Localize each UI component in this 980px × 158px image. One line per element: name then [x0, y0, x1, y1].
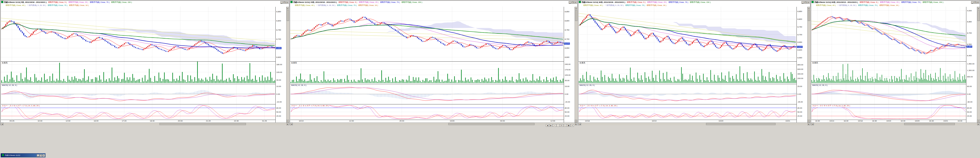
time-axis: 16:3010/1416:3010/1816:3010/1916:3010/20…	[811, 120, 966, 123]
minimize-button[interactable]: ▁	[280, 1, 283, 4]
legend-item: 移動平均線( Close, 40 )	[583, 4, 603, 6]
scroll-left-button[interactable]: ◀	[579, 123, 581, 125]
scroll-up-button[interactable]: ▲	[808, 7, 810, 9]
toolbar-button-D[interactable]: D	[560, 124, 563, 127]
volume-chart[interactable]	[290, 62, 564, 84]
toolbar-button-◀[interactable]: ◀	[546, 124, 549, 127]
macd-chart[interactable]	[579, 84, 797, 104]
h-scrollbar-thumb[interactable]	[448, 123, 535, 125]
x-axis-label: 16:30	[872, 120, 877, 122]
close-button[interactable]: ✕	[42, 154, 45, 157]
macd-axis-label: 10.00	[276, 85, 281, 87]
price-chart[interactable]	[811, 7, 966, 62]
chart-window-header[interactable]: 日経225mini 11/12( 15分, 2011/10/18 - 2011/…	[290, 1, 578, 4]
scroll-right-button[interactable]: ▶	[286, 123, 289, 125]
legend-item: 移動平均線( Close, 25 )	[647, 1, 667, 3]
toolbar-button-−[interactable]: −	[557, 124, 560, 127]
macd-chart[interactable]	[811, 84, 966, 104]
horizontal-scrollbar[interactable]: ◀▶◀▶+−DL▣✕	[290, 123, 578, 125]
scroll-left-button[interactable]: ◀	[1, 123, 3, 125]
close-button[interactable]: ✕	[807, 1, 810, 4]
close-button[interactable]: ✕	[286, 1, 289, 4]
scroll-right-button[interactable]: ▶	[575, 123, 578, 125]
stochastics-chart[interactable]	[290, 104, 564, 120]
horizontal-scrollbar[interactable]: ◀▶	[811, 123, 980, 125]
scroll-down-button[interactable]: ▼	[575, 120, 578, 122]
restore-button[interactable]: ❐	[974, 1, 977, 4]
section-divider	[811, 120, 977, 120]
time-axis: 09:2510:4012:0016:0017:2018:4020:0021:20…	[1, 120, 275, 123]
restore-button[interactable]: ❐	[571, 1, 574, 4]
price-chart[interactable]	[1, 7, 275, 62]
vertical-scrollbar[interactable]: ▲▼	[977, 7, 980, 123]
h-scrollbar-thumb[interactable]	[159, 123, 246, 125]
chart-window-header[interactable]: 日経225mini 11/12( 60分, 2011/10/13 - 2011/…	[811, 1, 980, 4]
stochastics-chart[interactable]	[1, 104, 275, 120]
vertical-scrollbar[interactable]: ▲▼	[807, 7, 810, 123]
legend-item: 移動平均線( Close, 75 )	[901, 1, 921, 3]
volume-axis-label: 800.00	[797, 64, 803, 66]
scroll-right-button[interactable]: ▶	[977, 123, 980, 125]
minimize-button[interactable]: ▁	[569, 1, 571, 4]
scroll-down-button[interactable]: ▼	[977, 120, 980, 122]
macd-chart[interactable]	[1, 84, 275, 104]
legend-item: 移動平均線( Close, 150 )	[111, 1, 132, 3]
toolbar-button-L[interactable]: L	[563, 124, 567, 127]
price-section	[1, 7, 275, 62]
chart-window-header[interactable]: 日経225mini 11/12( 30分, 2011/10/18 - 2011/…	[578, 1, 810, 4]
toolbar-button-▣[interactable]: ▣	[567, 124, 570, 127]
horizontal-scrollbar[interactable]: ◀▶	[1, 123, 289, 125]
volume-chart[interactable]	[579, 62, 797, 84]
minimized-chart-window[interactable]: 日経225mini 11/12▁❐✕	[1, 153, 46, 157]
macd-section: MACD( 12, 26, 9 )	[290, 84, 564, 104]
legend-item: 移動平均線( Close, 75 )	[337, 4, 357, 6]
v-scrollbar-thumb[interactable]	[287, 10, 289, 21]
maximize-button[interactable]: ❐	[40, 154, 42, 157]
macd-axis-label: 0.00	[565, 93, 568, 95]
x-axis-label: 20:00	[178, 120, 183, 122]
volume-chart[interactable]	[811, 62, 966, 84]
scroll-up-button[interactable]: ▲	[977, 7, 980, 9]
scroll-right-button[interactable]: ▶	[808, 123, 810, 125]
legend-item: 移動平均線( Close, 40 )	[6, 4, 25, 6]
stochastics-axis-label: 50.00	[565, 111, 570, 113]
macd-chart[interactable]	[290, 84, 564, 104]
price-chart[interactable]	[579, 7, 797, 62]
scroll-down-button[interactable]: ▼	[286, 120, 289, 122]
vertical-scrollbar[interactable]: ▲▼	[286, 7, 289, 123]
price-axis-label: 8,750	[797, 26, 802, 28]
toolbar-button-+[interactable]: +	[553, 124, 556, 127]
scroll-up-button[interactable]: ▲	[575, 7, 578, 9]
v-scrollbar-thumb[interactable]	[575, 10, 578, 21]
horizontal-scrollbar[interactable]: ◀▶	[579, 123, 810, 125]
vertical-scrollbar[interactable]: ▲▼	[574, 7, 578, 123]
h-scrollbar-thumb[interactable]	[706, 123, 776, 125]
toolbar-button-✕[interactable]: ✕	[571, 124, 574, 127]
scroll-down-button[interactable]: ▼	[808, 120, 810, 122]
price-axis-label: 9,000	[967, 9, 972, 12]
restore-button[interactable]: ▁	[37, 154, 39, 157]
price-chart[interactable]	[290, 7, 564, 62]
section-divider	[290, 84, 574, 84]
scroll-left-button[interactable]: ◀	[811, 123, 814, 125]
x-axis-label: 10/21	[786, 120, 790, 122]
minimize-button[interactable]: ▁	[802, 1, 804, 4]
volume-axis-label: 105.00	[565, 74, 570, 76]
minimize-button[interactable]: ▁	[971, 1, 974, 4]
restore-button[interactable]: ❐	[283, 1, 286, 4]
toolbar-button-▶[interactable]: ▶	[549, 124, 553, 127]
volume-chart[interactable]	[1, 62, 275, 84]
price-axis-label: 8,700	[967, 32, 972, 34]
v-scrollbar-thumb[interactable]	[977, 10, 980, 21]
scroll-up-button[interactable]: ▲	[286, 7, 289, 9]
scroll-left-button[interactable]: ◀	[290, 123, 293, 125]
ma-legend-row2: 移動平均線( Close, 40 )一目均衡表( 9, 26, 52 )移動平均…	[578, 4, 810, 7]
restore-button[interactable]: ❐	[804, 1, 807, 4]
close-button[interactable]: ✕	[977, 1, 979, 4]
h-scrollbar-thumb[interactable]	[904, 123, 955, 125]
chart-window-header[interactable]: 日経225mini 11/12( 5分, 2011/10/18 - 2011/1…	[1, 1, 289, 4]
price-axis-label: 8,700	[276, 38, 281, 40]
v-scrollbar-thumb[interactable]	[808, 10, 810, 21]
close-button[interactable]: ✕	[574, 1, 577, 4]
window-buttons: ▁❐✕	[971, 1, 979, 4]
